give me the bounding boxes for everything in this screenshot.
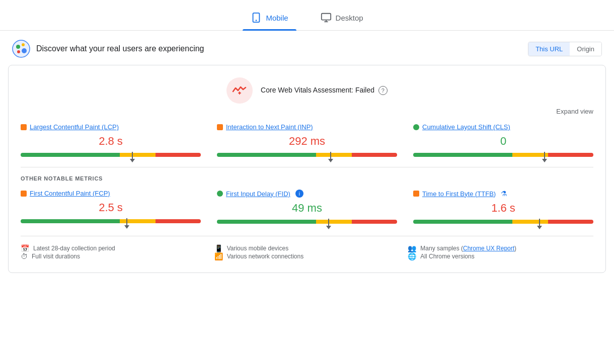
metric-label-inp[interactable]: Interaction to Next Paint (INP) — [226, 123, 313, 131]
core-metrics-grid: Largest Contentful Paint (LCP)2.8 sInter… — [21, 123, 593, 157]
tab-mobile-label: Mobile — [266, 14, 288, 22]
metric-label-fcp[interactable]: First Contentful Paint (FCP) — [30, 190, 110, 197]
footer-item: 📱Various mobile devices — [214, 244, 400, 252]
metric-value-inp: 292 ms — [217, 135, 397, 148]
metric-value-fid: 49 ms — [217, 202, 397, 215]
metric-dot-lcp — [21, 124, 27, 130]
progress-bar — [217, 220, 397, 224]
progress-marker — [326, 219, 331, 229]
beaker-icon-ttfb[interactable]: ⚗ — [501, 190, 507, 198]
assessment-status: Failed — [355, 86, 374, 94]
metric-dot-inp — [217, 124, 223, 130]
metric-dot-ttfb — [413, 191, 419, 197]
svg-point-7 — [22, 43, 25, 46]
footer-icon: 📱 — [214, 244, 223, 252]
progress-bar — [413, 153, 593, 157]
svg-point-5 — [13, 40, 30, 57]
metric-value-lcp: 2.8 s — [21, 135, 201, 148]
url-toggle: This URL Origin — [528, 42, 602, 56]
footer-icon: 🌐 — [408, 252, 416, 260]
footer-grid: 📅Latest 28-day collection period⏱Full vi… — [21, 236, 593, 260]
progress-marker — [542, 152, 547, 162]
this-url-button[interactable]: This URL — [528, 42, 570, 56]
progress-bar — [413, 220, 593, 224]
metric-label-row-ttfb: Time to First Byte (TTFB)⚗ — [413, 190, 593, 198]
section-divider — [21, 167, 593, 167]
mobile-icon — [251, 12, 262, 23]
svg-point-9 — [17, 50, 20, 53]
svg-point-6 — [16, 45, 20, 49]
assessment-header: Core Web Vitals Assessment: Failed ? — [21, 77, 593, 104]
footer-text: Many samples (Chrome UX Report) — [420, 245, 516, 252]
svg-rect-2 — [321, 14, 330, 20]
metric-label-fid[interactable]: First Input Delay (FID) — [226, 190, 290, 198]
header-section: Discover what your real users are experi… — [0, 31, 614, 65]
other-metrics-grid: First Contentful Paint (FCP)2.5 sFirst I… — [21, 190, 593, 224]
expand-view[interactable]: Expand view — [21, 108, 593, 115]
assessment-icon — [226, 77, 253, 104]
metric-item-cls: Cumulative Layout Shift (CLS)0 — [413, 123, 593, 157]
metric-item-ttfb: Time to First Byte (TTFB)⚗1.6 s — [413, 190, 593, 224]
tab-mobile[interactable]: Mobile — [243, 7, 296, 30]
metric-item-fcp: First Contentful Paint (FCP)2.5 s — [21, 190, 201, 224]
assessment-title: Core Web Vitals Assessment: Failed ? — [261, 86, 388, 95]
metric-label-row-lcp: Largest Contentful Paint (LCP) — [21, 123, 201, 131]
origin-button[interactable]: Origin — [570, 42, 601, 56]
footer-icon: 📅 — [21, 244, 29, 252]
footer-item: 📶Various network connections — [214, 252, 400, 260]
tab-desktop[interactable]: Desktop — [313, 7, 371, 30]
metric-label-row-fid: First Input Delay (FID)i — [217, 190, 397, 198]
svg-point-8 — [22, 48, 27, 53]
metric-label-ttfb[interactable]: Time to First Byte (TTFB) — [422, 190, 496, 198]
footer-col-0: 📅Latest 28-day collection period⏱Full vi… — [21, 244, 206, 260]
footer-col-2: 👥Many samples (Chrome UX Report)🌐All Chr… — [408, 244, 593, 260]
header-title: Discover what your real users are experi… — [36, 44, 204, 53]
metric-label-row-cls: Cumulative Layout Shift (CLS) — [413, 123, 593, 131]
metric-item-fid: First Input Delay (FID)i49 ms — [217, 190, 397, 224]
footer-col-1: 📱Various mobile devices📶Various network … — [214, 244, 400, 260]
metric-item-lcp: Largest Contentful Paint (LCP)2.8 s — [21, 123, 201, 157]
failed-vitals-icon — [232, 85, 247, 96]
metric-value-ttfb: 1.6 s — [413, 202, 593, 215]
progress-marker — [124, 218, 129, 229]
footer-text: All Chrome versions — [420, 253, 474, 260]
footer-link[interactable]: Chrome UX Report — [463, 245, 514, 252]
desktop-icon — [321, 12, 332, 23]
footer-item: ⏱Full visit durations — [21, 252, 206, 260]
main-card: Core Web Vitals Assessment: Failed ? Exp… — [8, 65, 606, 273]
assessment-help-icon[interactable]: ? — [378, 86, 388, 95]
header-left: Discover what your real users are experi… — [12, 40, 204, 58]
metric-label-lcp[interactable]: Largest Contentful Paint (LCP) — [30, 123, 119, 131]
progress-bar — [217, 153, 397, 157]
footer-icon: 📶 — [214, 252, 223, 260]
metric-label-cls[interactable]: Cumulative Layout Shift (CLS) — [422, 123, 510, 131]
footer-item: 👥Many samples (Chrome UX Report) — [408, 244, 593, 252]
metric-value-cls: 0 — [413, 135, 593, 148]
metric-label-row-fcp: First Contentful Paint (FCP) — [21, 190, 201, 197]
metric-dot-cls — [413, 124, 419, 130]
footer-text: Latest 28-day collection period — [33, 245, 115, 252]
metric-dot-fcp — [21, 191, 27, 197]
other-metrics-label: OTHER NOTABLE METRICS — [21, 175, 593, 181]
footer-icon: ⏱ — [21, 252, 28, 260]
footer-item: 🌐All Chrome versions — [408, 252, 593, 260]
progress-marker — [130, 152, 135, 162]
progress-bar — [21, 219, 201, 223]
metric-item-inp: Interaction to Next Paint (INP)292 ms — [217, 123, 397, 157]
metric-value-fcp: 2.5 s — [21, 201, 201, 214]
progress-bar — [21, 153, 201, 157]
tab-bar: Mobile Desktop — [0, 0, 614, 31]
metric-label-row-inp: Interaction to Next Paint (INP) — [217, 123, 397, 131]
footer-text: Full visit durations — [32, 253, 80, 260]
info-icon-fid[interactable]: i — [295, 190, 303, 198]
assessment-title-prefix: Core Web Vitals Assessment: — [261, 86, 353, 94]
footer-item: 📅Latest 28-day collection period — [21, 244, 206, 252]
crux-icon — [12, 40, 30, 58]
progress-marker — [328, 152, 333, 162]
footer-text: Various mobile devices — [227, 245, 289, 252]
footer-text: Various network connections — [227, 253, 304, 260]
tab-desktop-label: Desktop — [336, 14, 363, 22]
progress-marker — [537, 219, 542, 229]
footer-icon: 👥 — [408, 244, 416, 252]
metric-dot-fid — [217, 191, 223, 197]
